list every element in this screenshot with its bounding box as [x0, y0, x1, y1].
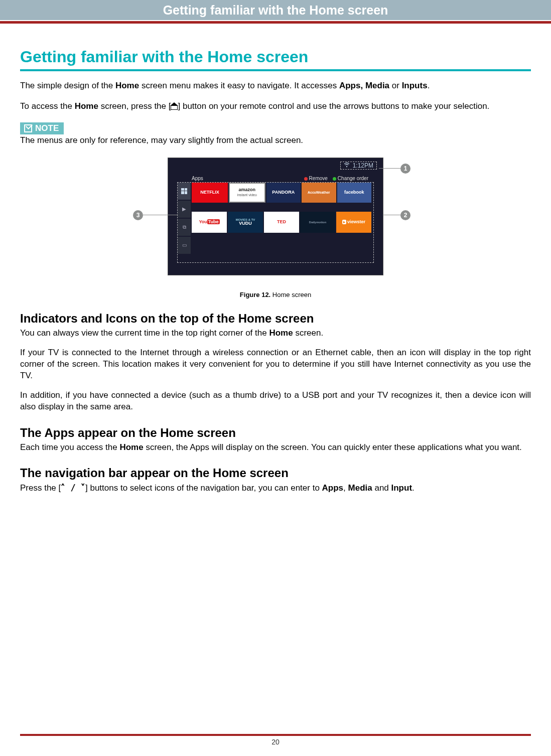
up-down-arrows-icon: ˄ / ˅: [61, 483, 85, 493]
tile-amazon[interactable]: amazoninstant video: [229, 183, 265, 203]
figure-caption: Figure 12. Home screen: [20, 291, 531, 298]
section-title: Getting familiar with the Home screen: [20, 48, 531, 66]
checkbox-icon: [24, 124, 32, 132]
tile-vudu[interactable]: MOVIES & TVVUDU: [228, 212, 263, 233]
sub2-p: Each time you access the Home screen, th…: [20, 442, 531, 453]
tile-youtube[interactable]: YouTube: [192, 212, 227, 233]
callout-3: 3: [133, 210, 143, 220]
page-header-title: Getting familiar with the Home screen: [163, 3, 388, 18]
page-header: Getting familiar with the Home screen: [0, 0, 551, 20]
callout-2: 2: [400, 210, 410, 220]
callout-line-2: [383, 215, 401, 215]
remove-hint: Remove: [304, 176, 328, 181]
callout-1: 1: [400, 164, 410, 174]
sub1-p1: You can always view the current time in …: [20, 328, 531, 339]
callout-line-1: [379, 168, 401, 169]
home-icon: [171, 103, 178, 109]
tile-row-1: NETFLIX Netflix amazoninstant video PAND…: [192, 183, 371, 203]
subheading-indicators: Indicators and Icons on the top of the H…: [20, 312, 531, 326]
nav-media-icon[interactable]: ▶: [178, 201, 191, 218]
intro-paragraph-1: The simple design of the Home screen men…: [20, 80, 531, 92]
nav-input-icon[interactable]: ⧉: [178, 219, 191, 236]
tile-ted[interactable]: TED: [264, 212, 299, 233]
intro-paragraph-2: To access the Home screen, press the [] …: [20, 101, 531, 112]
tile-dailymotion[interactable]: Dailymotion: [300, 212, 335, 233]
tile-facebook[interactable]: facebook: [337, 183, 372, 203]
nav-apps-icon[interactable]: [178, 183, 191, 200]
tile-netflix[interactable]: NETFLIX Netflix: [192, 183, 228, 203]
tile-viewster[interactable]: ▸viewster: [336, 212, 371, 233]
page-footer: 20: [20, 734, 531, 746]
note-badge: NOTE: [20, 122, 64, 134]
note-block: NOTE The menus are only for reference, m…: [20, 112, 531, 145]
status-bar: 1:12PM: [340, 162, 377, 170]
svg-point-0: [346, 166, 347, 167]
tile-accuweather[interactable]: AccuWeather: [302, 183, 336, 203]
note-text: The menus are only for reference, may va…: [20, 135, 531, 145]
sub1-p3: In addition, if you have connected a dev…: [20, 390, 531, 413]
green-dot-icon: [333, 177, 336, 181]
nav-sidebar: ▶ ⧉ ▭: [178, 183, 191, 262]
nav-item-4-icon[interactable]: ▭: [178, 237, 191, 254]
note-label: NOTE: [35, 123, 59, 133]
callout-line-3: [143, 215, 177, 215]
change-order-hint: Change order: [333, 176, 368, 181]
tv-inner: Apps Remove Change order ▶ ⧉ ▭ NETFLI: [177, 182, 374, 263]
page-number: 20: [20, 738, 531, 746]
sub3-p: Press the [˄ / ˅] buttons to select icon…: [20, 482, 531, 494]
tile-pandora[interactable]: PANDORA: [266, 183, 301, 203]
tv-screenshot: 1:12PM Apps Remove Change order ▶ ⧉ ▭: [168, 158, 383, 275]
wifi-icon: [344, 162, 350, 169]
clock-time: 1:12PM: [353, 162, 373, 169]
apps-label: Apps: [191, 176, 203, 181]
subheading-navbar: The navigation bar appear on the Home sc…: [20, 466, 531, 480]
apps-header: Apps Remove Change order: [191, 174, 371, 183]
subheading-apps: The Apps appear on the Home screen: [20, 426, 531, 440]
page-content: Getting familiar with the Home screen Th…: [0, 24, 551, 494]
figure-wrap: 1:12PM Apps Remove Change order ▶ ⧉ ▭: [20, 158, 531, 288]
app-tiles: NETFLIX Netflix amazoninstant video PAND…: [192, 183, 371, 234]
sub1-p2: If your TV is connected to the Internet …: [20, 347, 531, 382]
section-rule: [20, 69, 531, 71]
tile-row-2: YouTube MOVIES & TVVUDU TED Dailymotion …: [192, 212, 371, 233]
footer-rule: [20, 734, 531, 736]
red-dot-icon: [304, 177, 308, 181]
